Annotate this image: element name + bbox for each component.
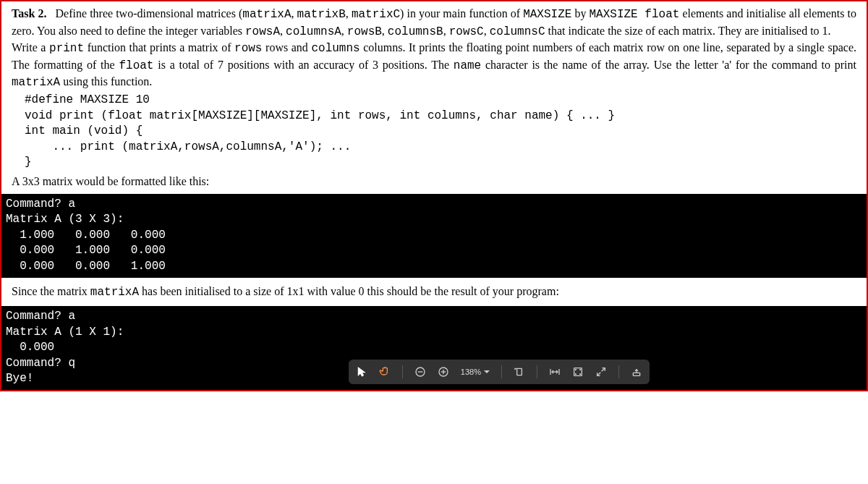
text: function that prints a matrix of xyxy=(84,41,234,54)
text: has been initialised to a size of 1x1 wi… xyxy=(139,285,559,297)
hand-icon[interactable] xyxy=(379,366,391,378)
page-frame: Task 2. Define three two-dimensional mat… xyxy=(0,0,868,391)
zoom-dropdown[interactable]: 138% xyxy=(461,368,490,376)
code-inline: rowsA xyxy=(245,25,280,38)
code-inline: columns xyxy=(311,42,359,55)
code-block: #define MAXSIZE 10 void print (float mat… xyxy=(12,93,856,171)
fit-width-icon[interactable] xyxy=(549,366,561,378)
separator xyxy=(402,365,403,378)
task-label: Task 2. xyxy=(12,7,46,20)
svg-line-10 xyxy=(597,373,601,376)
cursor-icon[interactable] xyxy=(356,366,367,378)
code-inline: rowsC xyxy=(449,25,484,38)
rotate-icon[interactable] xyxy=(514,366,525,378)
code-inline: float xyxy=(119,59,153,72)
svg-line-11 xyxy=(602,368,605,372)
code-inline: MAXSIZE xyxy=(523,8,571,21)
code-inline: columnsC xyxy=(490,25,545,38)
content: Task 2. Define three two-dimensional mat… xyxy=(1,1,867,191)
content2: Since the matrix matrixA has been initia… xyxy=(1,281,867,304)
code-inline: matrixA xyxy=(12,76,60,89)
code-inline: rowsB xyxy=(347,25,382,38)
pdf-toolbar: 138% xyxy=(349,360,650,384)
read-aloud-icon[interactable] xyxy=(631,366,642,378)
code-inline: MAXSIZE float xyxy=(589,8,679,21)
code-inline: matrixC xyxy=(352,8,400,21)
text: Since the matrix xyxy=(12,285,90,297)
chevron-down-icon xyxy=(484,370,490,373)
separator xyxy=(537,365,537,378)
task-paragraph-2: Write a print function that prints a mat… xyxy=(12,40,856,91)
code-inline: columnsA xyxy=(286,25,341,38)
text: Define three two-dimensional matrices ( xyxy=(56,7,243,20)
separator xyxy=(618,365,619,378)
text: by xyxy=(571,7,589,20)
text: that indicate the size of each matrix. T… xyxy=(545,25,831,37)
zoom-out-icon[interactable] xyxy=(414,366,426,378)
svg-rect-12 xyxy=(633,373,639,375)
code-inline: matrixA xyxy=(90,286,139,299)
format-note: A 3x3 matrix would be formatted like thi… xyxy=(12,172,856,191)
code-inline: matrixA xyxy=(242,8,291,21)
svg-rect-5 xyxy=(517,368,522,375)
code-inline: matrixB xyxy=(297,8,346,21)
code-inline: name xyxy=(454,59,481,72)
zoom-in-icon[interactable] xyxy=(438,366,449,378)
result-note: Since the matrix matrixA has been initia… xyxy=(12,282,856,302)
task-paragraph-1: Task 2. Define three two-dimensional mat… xyxy=(12,6,856,40)
fit-page-icon[interactable] xyxy=(572,366,584,378)
text: rows and xyxy=(262,41,311,54)
terminal-output-1: Command? a Matrix A (3 X 3): 1.000 0.000… xyxy=(1,194,867,278)
code-inline: columnsB xyxy=(388,25,443,38)
text: is a total of 7 positions with an accura… xyxy=(153,59,453,71)
zoom-value: 138% xyxy=(461,368,481,376)
code-inline: rows xyxy=(234,42,262,55)
fullscreen-icon[interactable] xyxy=(595,366,607,378)
text: character is the name of the array. Use … xyxy=(481,59,856,71)
text: using this function. xyxy=(60,75,152,88)
code-inline: print xyxy=(49,42,84,55)
separator xyxy=(501,365,502,378)
text: ) in your main function of xyxy=(400,7,523,20)
text: Write a xyxy=(12,41,49,54)
